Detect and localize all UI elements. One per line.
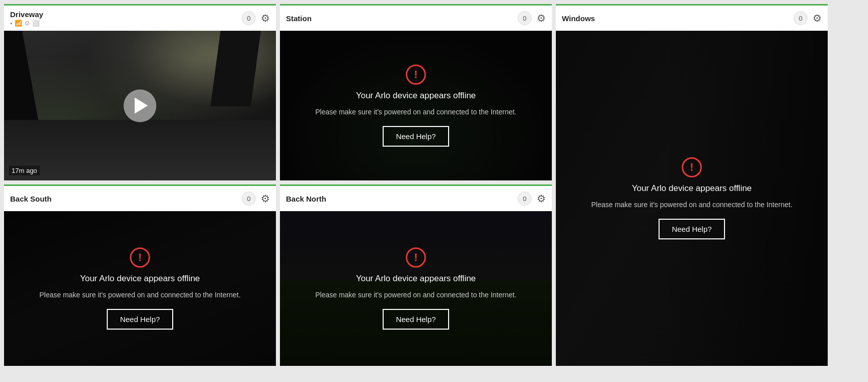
video-station: ! Your Arlo device appears offline Pleas…: [280, 31, 552, 180]
offline-desc-back-south: Please make sure it's powered on and con…: [39, 290, 241, 300]
event-badge-back-south: 0: [242, 192, 256, 206]
camera-title-station: Station: [286, 14, 312, 23]
header-right-windows: 0 ⚙: [793, 11, 822, 25]
event-badge-driveway: 0: [242, 11, 256, 25]
video-driveway[interactable]: 17m ago: [4, 31, 276, 180]
header-left-station: Station: [286, 14, 312, 23]
offline-desc-station: Please make sure it's powered on and con…: [315, 107, 517, 117]
camera-grid: Driveway ▪ 📶 ⊙ ⬜ 0 ⚙ 17m: [0, 0, 868, 370]
offline-overlay-back-south: ! Your Arlo device appears offline Pleas…: [4, 211, 276, 366]
offline-desc-windows: Please make sure it's powered on and con…: [591, 200, 792, 210]
wifi-icon: ⊙: [25, 20, 30, 27]
video-timestamp-driveway: 17m ago: [9, 166, 40, 175]
header-left-back-north: Back North: [286, 195, 326, 203]
settings-button-station[interactable]: ⚙: [537, 12, 546, 24]
event-badge-back-north: 0: [518, 192, 532, 206]
camera-title-back-north: Back North: [286, 195, 326, 203]
header-right-back-south: 0 ⚙: [242, 192, 270, 206]
header-left-back-south: Back South: [10, 195, 52, 203]
camera-card-station: Station 0 ⚙ ! Your Arlo device appears o…: [280, 4, 552, 180]
offline-icon-back-south: !: [130, 247, 150, 268]
offline-title-station: Your Arlo device appears offline: [356, 91, 476, 101]
header-right-driveway: 0 ⚙: [242, 11, 270, 25]
video-back-south: ! Your Arlo device appears offline Pleas…: [4, 211, 276, 366]
card-header-windows: Windows 0 ⚙: [556, 6, 828, 31]
header-left-driveway: Driveway ▪ 📶 ⊙ ⬜: [10, 10, 43, 27]
video-back-north: ! Your Arlo device appears offline Pleas…: [280, 211, 552, 366]
settings-button-windows[interactable]: ⚙: [813, 12, 822, 24]
offline-title-windows: Your Arlo device appears offline: [632, 183, 752, 194]
camera-card-windows: Windows 0 ⚙ ! Your Arlo device appears o…: [556, 4, 828, 366]
offline-title-back-south: Your Arlo device appears offline: [80, 274, 200, 284]
battery-icon: ▪: [10, 20, 12, 27]
camera-card-back-north: Back North 0 ⚙ ! Your Arlo device appear…: [280, 184, 552, 366]
play-triangle-icon: [135, 98, 148, 114]
need-help-button-back-north[interactable]: Need Help?: [383, 309, 449, 330]
offline-overlay-station: ! Your Arlo device appears offline Pleas…: [280, 31, 552, 180]
settings-button-back-south[interactable]: ⚙: [261, 193, 270, 205]
offline-desc-back-north: Please make sure it's powered on and con…: [315, 290, 517, 300]
card-header-back-north: Back North 0 ⚙: [280, 186, 552, 211]
need-help-button-station[interactable]: Need Help?: [383, 126, 449, 147]
header-right-station: 0 ⚙: [518, 11, 546, 25]
camera-card-driveway: Driveway ▪ 📶 ⊙ ⬜ 0 ⚙ 17m: [4, 4, 276, 180]
camera-card-back-south: Back South 0 ⚙ ! Your Arlo device appear…: [4, 184, 276, 366]
card-header-station: Station 0 ⚙: [280, 6, 552, 31]
tree-decoration-left: [4, 31, 64, 132]
offline-title-back-north: Your Arlo device appears offline: [356, 274, 476, 284]
offline-icon-windows: !: [682, 157, 702, 177]
status-icons-driveway: ▪ 📶 ⊙ ⬜: [10, 20, 43, 27]
settings-button-back-north[interactable]: ⚙: [537, 193, 546, 205]
event-badge-windows: 0: [793, 11, 808, 25]
camera-title-driveway: Driveway: [10, 10, 43, 19]
header-left-windows: Windows: [562, 14, 595, 23]
camera-title-back-south: Back South: [10, 195, 52, 203]
video-windows: ! Your Arlo device appears offline Pleas…: [556, 31, 828, 366]
tree-decoration-right: [210, 31, 261, 106]
need-help-button-back-south[interactable]: Need Help?: [107, 309, 173, 330]
offline-icon-back-north: !: [406, 247, 426, 268]
offline-overlay-windows: ! Your Arlo device appears offline Pleas…: [556, 31, 828, 366]
header-right-back-north: 0 ⚙: [518, 192, 546, 206]
offline-overlay-back-north: ! Your Arlo device appears offline Pleas…: [280, 211, 552, 366]
play-button-driveway[interactable]: [124, 89, 157, 122]
card-header-driveway: Driveway ▪ 📶 ⊙ ⬜ 0 ⚙: [4, 6, 276, 31]
power-icon: ⬜: [32, 20, 40, 27]
ground-decoration: [4, 120, 276, 180]
signal-icon: 📶: [15, 20, 22, 27]
card-header-back-south: Back South 0 ⚙: [4, 186, 276, 211]
offline-icon-station: !: [406, 65, 426, 85]
camera-title-windows: Windows: [562, 14, 595, 23]
need-help-button-windows[interactable]: Need Help?: [659, 219, 725, 239]
settings-button-driveway[interactable]: ⚙: [261, 12, 270, 24]
event-badge-station: 0: [518, 11, 532, 25]
